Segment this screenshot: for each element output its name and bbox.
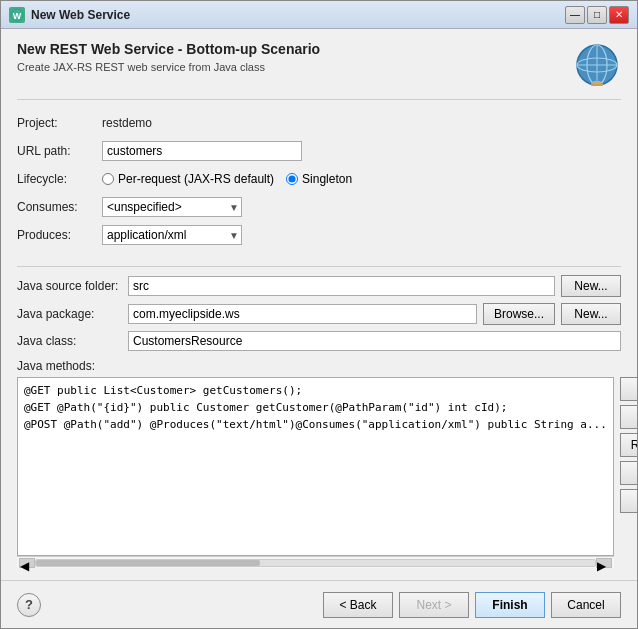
java-package-label: Java package: [17,307,122,321]
lifecycle-row: Lifecycle: Per-request (JAX-RS default) … [17,168,621,190]
minimize-button[interactable]: — [565,6,585,24]
lifecycle-singleton-radio[interactable] [286,173,298,185]
finish-button[interactable]: Finish [475,592,545,618]
back-button[interactable]: < Back [323,592,393,618]
scroll-right-button[interactable]: ▶ [596,558,612,568]
source-folder-input[interactable] [128,276,555,296]
lifecycle-radio-group: Per-request (JAX-RS default) Singleton [102,172,352,186]
project-row: Project: restdemo [17,112,621,134]
section-divider [17,266,621,267]
header-text: New REST Web Service - Bottom-up Scenari… [17,41,573,73]
help-button[interactable]: ? [17,593,41,617]
consumes-select-wrapper: <unspecified> ▼ [102,197,242,217]
scrollbar-thumb[interactable] [36,560,260,566]
project-value: restdemo [102,116,152,130]
lifecycle-singleton-label: Singleton [302,172,352,186]
window-controls: — □ ✕ [565,6,629,24]
scroll-left-button[interactable]: ◀ [19,558,35,568]
url-path-label: URL path: [17,144,102,158]
list-item[interactable]: @GET @Path("{id}") public Customer getCu… [22,399,609,416]
title-bar: W New Web Service — □ ✕ [1,1,637,29]
add-method-button[interactable]: Add [620,377,637,401]
content-area: New REST Web Service - Bottom-up Scenari… [1,29,637,580]
browse-package-button[interactable]: Browse... [483,303,555,325]
methods-section: Java methods: @GET public List<Customer>… [17,359,621,568]
horizontal-scrollbar[interactable]: ◀ ▶ [17,556,614,568]
window-title: New Web Service [31,8,565,22]
lifecycle-per-request-label: Per-request (JAX-RS default) [118,172,274,186]
up-method-button[interactable]: Up [620,461,637,485]
list-item[interactable]: @POST @Path("add") @Produces("text/html"… [22,416,609,433]
svg-text:W: W [13,11,22,21]
footer-buttons: < Back Next > Finish Cancel [323,592,621,618]
page-title: New REST Web Service - Bottom-up Scenari… [17,41,573,57]
consumes-row: Consumes: <unspecified> ▼ [17,196,621,218]
url-path-input[interactable] [102,141,302,161]
page-subtitle: Create JAX-RS REST web service from Java… [17,61,573,73]
header-section: New REST Web Service - Bottom-up Scenari… [17,41,621,100]
basic-form: Project: restdemo URL path: Lifecycle: P… [17,112,621,246]
lifecycle-per-request-radio[interactable] [102,173,114,185]
svg-rect-8 [593,81,601,84]
project-label: Project: [17,116,102,130]
lifecycle-per-request[interactable]: Per-request (JAX-RS default) [102,172,274,186]
new-source-button[interactable]: New... [561,275,621,297]
footer: ? < Back Next > Finish Cancel [1,580,637,628]
methods-container: @GET public List<Customer> getCustomers(… [17,377,621,568]
header-icon [573,41,621,89]
consumes-label: Consumes: [17,200,102,214]
java-class-label: Java class: [17,334,122,348]
cancel-button[interactable]: Cancel [551,592,621,618]
source-folder-row: Java source folder: New... [17,275,621,297]
produces-row: Produces: application/xml ▼ [17,224,621,246]
methods-buttons: Add Edit Remove Up Down [620,377,637,568]
main-window: W New Web Service — □ ✕ New REST Web Ser… [0,0,638,629]
methods-label: Java methods: [17,359,621,373]
edit-method-button[interactable]: Edit [620,405,637,429]
java-class-input[interactable] [128,331,621,351]
java-package-input[interactable] [128,304,477,324]
java-package-row: Java package: Browse... New... [17,303,621,325]
close-button[interactable]: ✕ [609,6,629,24]
produces-label: Produces: [17,228,102,242]
java-section: Java source folder: New... Java package:… [17,275,621,351]
lifecycle-label: Lifecycle: [17,172,102,186]
methods-list[interactable]: @GET public List<Customer> getCustomers(… [17,377,614,556]
new-package-button[interactable]: New... [561,303,621,325]
lifecycle-singleton[interactable]: Singleton [286,172,352,186]
down-method-button[interactable]: Down [620,489,637,513]
remove-method-button[interactable]: Remove [620,433,637,457]
java-class-row: Java class: [17,331,621,351]
scrollbar-track[interactable] [35,559,596,567]
window-icon: W [9,7,25,23]
url-path-row: URL path: [17,140,621,162]
consumes-select[interactable]: <unspecified> [102,197,242,217]
produces-select-wrapper: application/xml ▼ [102,225,242,245]
produces-select[interactable]: application/xml [102,225,242,245]
source-folder-label: Java source folder: [17,279,122,293]
next-button[interactable]: Next > [399,592,469,618]
maximize-button[interactable]: □ [587,6,607,24]
list-item[interactable]: @GET public List<Customer> getCustomers(… [22,382,609,399]
